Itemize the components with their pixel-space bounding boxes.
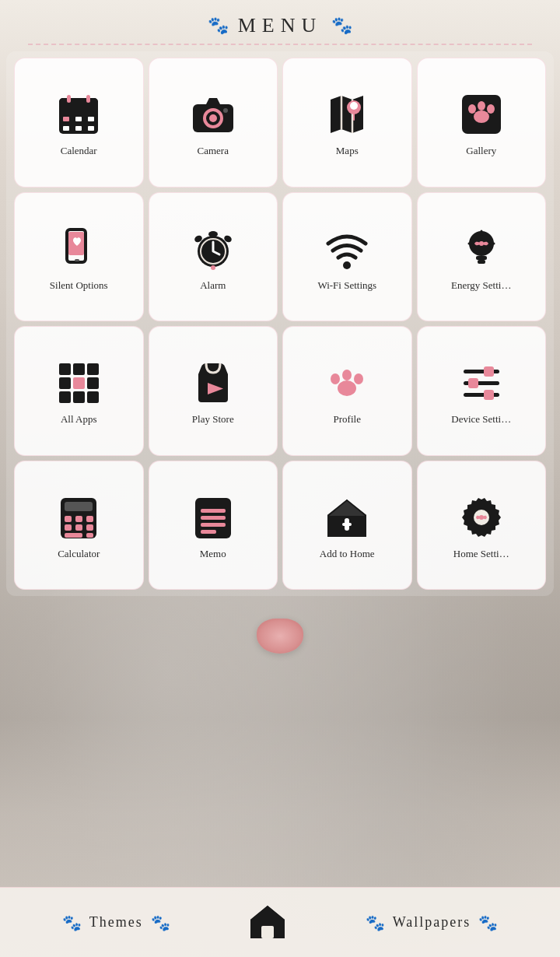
wifi-settings-label: Wi-Fi Settings	[317, 279, 376, 292]
svg-point-46	[331, 373, 340, 384]
svg-point-30	[211, 265, 215, 270]
wallpapers-label: Wallpapers	[393, 914, 471, 931]
svg-rect-62	[86, 524, 93, 531]
add-to-home-label: Add to Home	[320, 548, 375, 560]
add-to-home-icon	[323, 493, 371, 542]
app-energy-settings[interactable]: Energy Setti…	[417, 192, 547, 322]
svg-rect-60	[65, 524, 72, 531]
app-add-to-home[interactable]: Add to Home	[282, 461, 412, 591]
app-device-settings[interactable]: Device Setti…	[417, 326, 547, 456]
svg-rect-2	[59, 107, 98, 112]
wifi-icon	[323, 225, 371, 273]
app-calculator[interactable]: Calculator	[14, 461, 144, 591]
themes-label: Themes	[89, 914, 143, 931]
svg-rect-33	[476, 256, 487, 260]
memo-icon	[189, 493, 237, 542]
svg-rect-41	[87, 377, 99, 389]
app-gallery[interactable]: Gallery	[417, 58, 547, 188]
alarm-icon	[189, 225, 237, 273]
svg-rect-40	[73, 377, 85, 389]
svg-rect-68	[201, 523, 226, 527]
calculator-icon	[54, 493, 103, 542]
svg-rect-74	[261, 926, 274, 938]
svg-rect-53	[468, 378, 478, 388]
svg-rect-34	[478, 260, 485, 264]
camera-icon	[189, 90, 237, 138]
svg-rect-24	[75, 259, 79, 261]
themes-paw-left: 🐾	[62, 913, 82, 932]
svg-point-27	[208, 231, 218, 237]
svg-point-18	[474, 110, 489, 123]
svg-rect-54	[484, 390, 494, 400]
app-play-store[interactable]: Play Store	[149, 326, 278, 456]
svg-rect-6	[75, 117, 82, 121]
svg-rect-43	[73, 391, 85, 403]
play-store-label: Play Store	[192, 413, 234, 426]
svg-rect-69	[201, 530, 216, 534]
profile-label: Profile	[334, 413, 361, 426]
wallpapers-paw-right: 🐾	[478, 913, 498, 932]
svg-rect-58	[75, 516, 82, 522]
app-all-apps[interactable]: All Apps	[14, 326, 144, 456]
home-settings-icon	[457, 493, 506, 542]
maps-icon	[323, 90, 371, 138]
svg-rect-3	[67, 95, 71, 103]
svg-rect-49	[464, 370, 499, 373]
app-camera[interactable]: Camera	[149, 58, 278, 188]
silent-icon	[54, 225, 103, 273]
play-store-icon	[189, 359, 237, 407]
svg-rect-56	[65, 502, 93, 511]
svg-rect-10	[88, 126, 94, 131]
energy-icon	[457, 225, 506, 273]
alarm-label: Alarm	[200, 279, 226, 292]
svg-point-73	[479, 515, 484, 520]
energy-settings-label: Energy Setti…	[451, 279, 511, 292]
themes-paw-right: 🐾	[151, 913, 170, 932]
svg-rect-37	[73, 363, 85, 375]
app-wifi-settings[interactable]: Wi-Fi Settings	[282, 192, 412, 322]
app-silent-options[interactable]: Silent Options	[14, 192, 144, 322]
svg-rect-36	[59, 363, 71, 375]
home-button[interactable]	[247, 901, 288, 945]
all-apps-icon	[54, 359, 103, 407]
svg-rect-8	[63, 126, 69, 131]
svg-point-13	[209, 114, 217, 122]
svg-point-14	[223, 108, 228, 113]
app-maps[interactable]: Maps	[282, 58, 412, 188]
memo-label: Memo	[200, 548, 226, 560]
svg-rect-67	[201, 516, 226, 520]
maps-label: Maps	[336, 145, 359, 157]
menu-title: MENU	[238, 14, 323, 37]
svg-rect-63	[65, 533, 82, 538]
header-paw-right: 🐾	[331, 16, 352, 36]
app-calendar[interactable]: Calendar	[14, 58, 144, 188]
svg-rect-42	[59, 391, 71, 403]
app-profile[interactable]: Profile	[282, 326, 412, 456]
themes-button[interactable]: 🐾 Themes 🐾	[47, 906, 186, 940]
svg-rect-66	[201, 509, 226, 513]
bottom-bar: 🐾 Themes 🐾 🐾 Wallpapers 🐾	[0, 887, 560, 957]
svg-point-45	[338, 380, 356, 396]
svg-rect-71	[345, 518, 349, 531]
svg-rect-61	[75, 524, 82, 531]
svg-rect-44	[87, 391, 99, 403]
home-settings-label: Home Setti…	[453, 548, 509, 560]
svg-point-48	[354, 373, 363, 384]
calculator-label: Calculator	[58, 548, 100, 560]
gallery-label: Gallery	[466, 145, 496, 157]
app-alarm[interactable]: Alarm	[149, 192, 278, 322]
header: 🐾 MENU 🐾	[0, 0, 560, 44]
svg-rect-39	[59, 377, 71, 389]
wallpapers-paw-left: 🐾	[366, 913, 385, 932]
apps-grid: Calendar Camera	[6, 51, 554, 596]
svg-rect-57	[65, 516, 72, 522]
wallpapers-button[interactable]: 🐾 Wallpapers 🐾	[350, 906, 514, 940]
device-settings-icon	[457, 359, 506, 407]
app-memo[interactable]: Memo	[149, 461, 278, 591]
app-home-settings[interactable]: Home Setti…	[417, 461, 547, 591]
svg-point-21	[487, 104, 495, 114]
svg-point-19	[468, 104, 476, 114]
svg-rect-59	[86, 516, 93, 522]
all-apps-label: All Apps	[61, 413, 97, 426]
svg-point-16	[350, 102, 358, 110]
